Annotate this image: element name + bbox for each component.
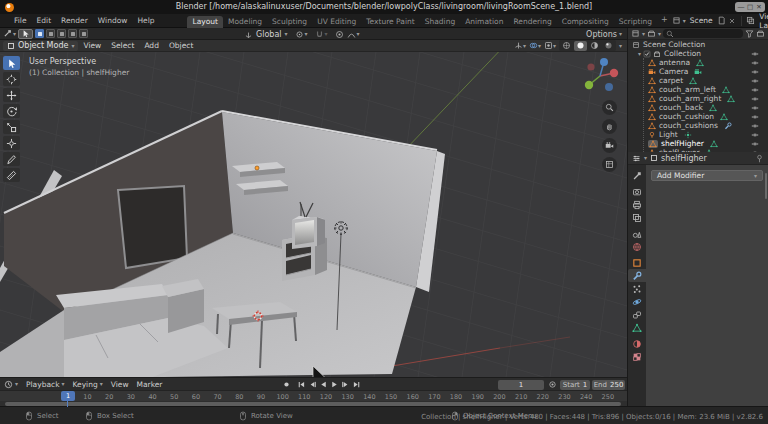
select-mode-extend-icon[interactable] [46, 29, 55, 38]
properties-tab-scene[interactable] [628, 227, 646, 240]
menu-window[interactable]: Window [93, 16, 133, 25]
properties-editor-chevron-icon[interactable]: ▾ [644, 155, 647, 161]
tool-settings-editor-icon[interactable]: ▾ [3, 29, 16, 38]
camera-view-button[interactable] [602, 138, 617, 153]
active-tool-button[interactable] [18, 29, 33, 39]
eye-icon[interactable] [751, 95, 759, 103]
jump-end-button[interactable] [351, 379, 361, 389]
outliner-row-antenna[interactable]: antenna [628, 58, 768, 67]
shading-rendered-button[interactable] [602, 41, 615, 51]
expand-icon[interactable]: ▾ [638, 51, 641, 57]
tab-texture-paint[interactable]: Texture Paint [361, 16, 419, 28]
object-name-label[interactable]: couch_arm_left [659, 85, 716, 94]
outliner-row-Camera[interactable]: Camera [628, 67, 768, 76]
timeline-menu-keying[interactable]: Keying ▾ [69, 380, 107, 389]
object-name-label[interactable]: Light [659, 130, 678, 139]
outliner-row-Light[interactable]: Light [628, 130, 768, 139]
eye-icon[interactable] [751, 68, 759, 76]
properties-tab-modifiers[interactable] [628, 269, 646, 282]
auto-keying-icon[interactable] [548, 380, 557, 389]
tab-shading[interactable]: Shading [420, 16, 460, 28]
outliner-row-shelfHigher[interactable]: shelfHigher [628, 139, 768, 148]
proportional-editing-icon[interactable] [335, 30, 344, 39]
filter-collection-chevron-icon[interactable]: ▾ [658, 31, 661, 37]
tab-sculpting[interactable]: Sculpting [267, 16, 312, 28]
viewport-menu-view[interactable]: View [78, 41, 106, 50]
tool-scale-button[interactable] [3, 120, 20, 134]
autokey-record-button[interactable] [281, 379, 291, 389]
eye-icon[interactable] [751, 77, 759, 85]
falloff-icon[interactable]: ▾ [347, 30, 360, 39]
properties-tab-object[interactable] [628, 256, 646, 269]
play-reverse-button[interactable] [318, 379, 328, 389]
eye-icon[interactable] [751, 122, 759, 130]
jump-start-button[interactable] [296, 379, 306, 389]
properties-tab-material[interactable] [628, 337, 646, 350]
properties-tab-texture[interactable] [628, 350, 646, 363]
select-mode-subtract-icon[interactable] [57, 29, 66, 38]
shading-solid-button[interactable] [574, 41, 587, 51]
outliner-row-couch_arm_left[interactable]: couch_arm_left [628, 85, 768, 94]
playhead[interactable]: 1 [61, 391, 75, 401]
new-collection-icon[interactable] [756, 29, 765, 38]
shading-material-preview-button[interactable] [588, 41, 601, 51]
eye-icon[interactable] [751, 59, 759, 67]
eye-icon[interactable] [751, 140, 759, 148]
minimize-button[interactable]: ― [737, 2, 745, 12]
unlink-scene-icon[interactable] [728, 17, 736, 25]
properties-tab-constraints[interactable] [628, 308, 646, 321]
eye-icon[interactable] [751, 50, 759, 58]
tool-annotate-button[interactable] [3, 152, 20, 166]
current-frame-field[interactable]: 1 [498, 380, 544, 390]
tool-measure-button[interactable] [3, 168, 20, 182]
scene-selector[interactable]: Scene [690, 16, 713, 25]
properties-tab-tool[interactable] [628, 169, 646, 182]
navigation-gizmo[interactable] [578, 54, 624, 100]
tool-rotate-button[interactable] [3, 104, 20, 118]
snap-icon[interactable]: ▾ [315, 30, 328, 39]
tool-move-button[interactable] [3, 88, 20, 102]
scene-select-chevron-icon[interactable]: ▾ [683, 18, 686, 24]
timeline-ruler[interactable]: 1 10203040506070809010011012013014015016… [0, 391, 627, 401]
end-frame-field[interactable]: End250 [592, 380, 625, 390]
shading-chevron-icon[interactable]: ▾ [619, 43, 622, 49]
object-name-label[interactable]: carpet [659, 76, 683, 85]
maximize-button[interactable]: □ [746, 2, 754, 12]
gizmo-z-axis-neg[interactable] [605, 83, 613, 91]
outliner-search-input[interactable] [663, 29, 743, 38]
orientation-chevron-icon[interactable]: ▾ [285, 31, 288, 37]
outliner-row-collection[interactable]: ▾Collection [628, 49, 768, 58]
object-name-label[interactable]: Camera [659, 67, 688, 76]
tab-uv-editing[interactable]: UV Editing [312, 16, 361, 28]
tab-scripting[interactable]: Scripting [614, 16, 657, 28]
properties-tab-world[interactable] [628, 240, 646, 253]
properties-tab-render[interactable] [628, 185, 646, 198]
new-scene-icon[interactable] [717, 16, 726, 25]
close-button[interactable]: ✕ [755, 2, 763, 12]
tool-cursor-button[interactable] [3, 72, 20, 86]
xray-toggle-icon[interactable]: ▾ [544, 41, 556, 50]
properties-tab-view-layer[interactable] [628, 211, 646, 224]
gizmo-y-axis[interactable] [585, 81, 593, 89]
timeline-editor-icon[interactable]: ▾ [0, 380, 22, 389]
pivot-point-icon[interactable]: ▾ [295, 30, 308, 39]
timeline-menu-playback[interactable]: Playback ▾ [22, 380, 68, 389]
timeline-menu-view[interactable]: View [107, 380, 133, 389]
viewport-menu-select[interactable]: Select [106, 41, 139, 50]
prev-keyframe-button[interactable] [307, 379, 317, 389]
viewport-menu-object[interactable]: Object [164, 41, 198, 50]
pan-button[interactable] [602, 119, 617, 134]
orientation-dropdown[interactable]: Global [256, 30, 282, 39]
menu-file[interactable]: File [9, 16, 32, 25]
properties-tab-output[interactable] [628, 198, 646, 211]
tool-transform-button[interactable] [3, 136, 20, 150]
menu-help[interactable]: Help [132, 16, 159, 25]
properties-tab-object-data[interactable] [628, 321, 646, 334]
object-name-label[interactable]: couch_arm_right [659, 94, 721, 103]
tab-compositing[interactable]: Compositing [557, 16, 614, 28]
object-name-label[interactable]: couch_back [659, 103, 703, 112]
timeline-menu-marker[interactable]: Marker [133, 380, 167, 389]
outliner-row-couch_cushion[interactable]: couch_cushion [628, 112, 768, 121]
add-workspace-button[interactable]: + [657, 15, 672, 26]
gizmo-x-axis-neg[interactable] [587, 63, 594, 70]
